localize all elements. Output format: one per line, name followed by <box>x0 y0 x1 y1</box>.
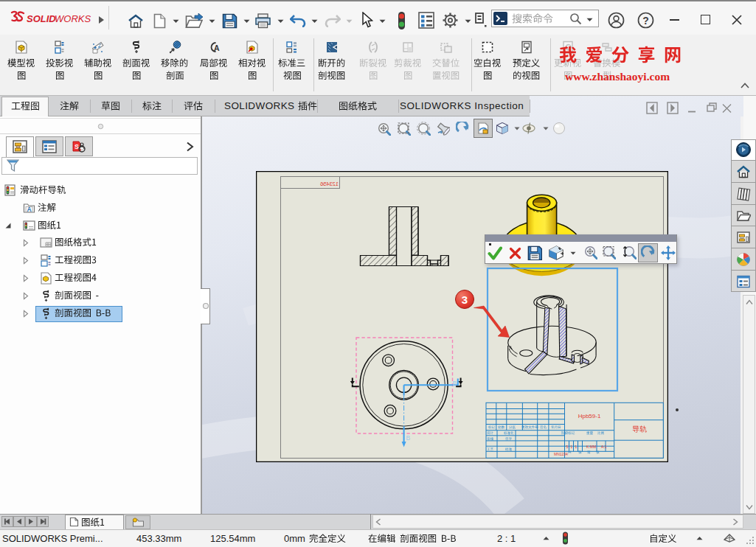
svg-text:?: ? <box>642 15 649 27</box>
svg-text:A: A <box>214 43 220 52</box>
svg-text:MN1234: MN1234 <box>554 452 568 456</box>
svg-text:S: S <box>74 143 79 150</box>
svg-text:5: 5 <box>566 445 569 449</box>
svg-text:123456: 123456 <box>320 181 339 187</box>
svg-text:A: A <box>27 206 31 213</box>
svg-text:K.MM: K.MM <box>586 445 596 449</box>
svg-text:B: B <box>453 380 457 387</box>
svg-text:3: 3 <box>462 293 468 306</box>
svg-text:A:1: A:1 <box>601 445 607 449</box>
svg-text:Hpb59-1: Hpb59-1 <box>578 413 601 419</box>
svg-text:1: 1 <box>571 445 573 449</box>
svg-text:WORKS: WORKS <box>55 13 91 24</box>
svg-text:B: B <box>406 434 411 442</box>
svg-text:1: 1 <box>575 445 578 449</box>
svg-text:SOLID: SOLID <box>27 13 56 24</box>
